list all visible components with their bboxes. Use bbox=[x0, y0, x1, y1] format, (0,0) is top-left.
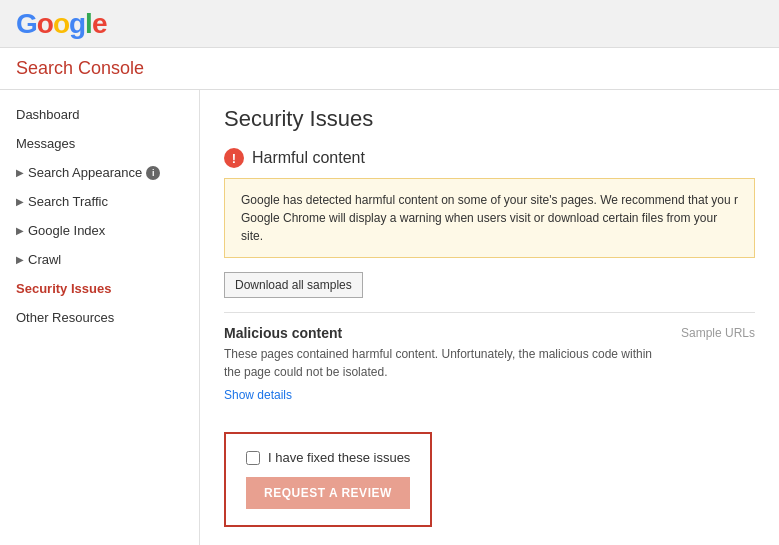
sidebar-item-label: Dashboard bbox=[16, 107, 80, 122]
request-review-button[interactable]: REQUEST A REVIEW bbox=[246, 477, 410, 509]
sidebar-item-label: Security Issues bbox=[16, 281, 111, 296]
sidebar-item-google-index[interactable]: ▶ Google Index bbox=[0, 216, 199, 245]
malicious-title: Malicious content bbox=[224, 325, 661, 341]
logo-l: l bbox=[85, 8, 92, 39]
sidebar-item-security-issues[interactable]: Security Issues bbox=[0, 274, 199, 303]
chevron-right-icon: ▶ bbox=[16, 254, 24, 265]
sample-urls-column: Sample URLs bbox=[681, 325, 755, 402]
sidebar-item-label: Other Resources bbox=[16, 310, 114, 325]
malicious-description: These pages contained harmful content. U… bbox=[224, 345, 661, 381]
sidebar-item-label: Search Traffic bbox=[28, 194, 108, 209]
search-console-title: Search Console bbox=[16, 58, 144, 79]
google-logo: Google bbox=[16, 8, 106, 40]
warning-box: Google has detected harmful content on s… bbox=[224, 178, 755, 258]
info-icon: i bbox=[146, 166, 160, 180]
chevron-right-icon: ▶ bbox=[16, 225, 24, 236]
main-layout: Dashboard Messages ▶ Search Appearance i… bbox=[0, 90, 779, 545]
sidebar-item-dashboard[interactable]: Dashboard bbox=[0, 100, 199, 129]
logo-g: G bbox=[16, 8, 37, 39]
sample-urls-label: Sample URLs bbox=[681, 326, 755, 340]
sidebar-item-label: Google Index bbox=[28, 223, 105, 238]
chevron-right-icon: ▶ bbox=[16, 167, 24, 178]
logo-e: e bbox=[92, 8, 107, 39]
sidebar-item-search-appearance[interactable]: ▶ Search Appearance i bbox=[0, 158, 199, 187]
checkbox-row: I have fixed these issues bbox=[246, 450, 410, 465]
show-details-link[interactable]: Show details bbox=[224, 388, 292, 402]
harmful-content-header: ! Harmful content bbox=[224, 148, 755, 168]
fix-issues-box: I have fixed these issues REQUEST A REVI… bbox=[224, 432, 432, 527]
sidebar: Dashboard Messages ▶ Search Appearance i… bbox=[0, 90, 200, 545]
sidebar-item-search-traffic[interactable]: ▶ Search Traffic bbox=[0, 187, 199, 216]
page-title: Security Issues bbox=[224, 106, 755, 132]
chevron-right-icon: ▶ bbox=[16, 196, 24, 207]
search-console-header: Search Console bbox=[0, 48, 779, 90]
malicious-info: Malicious content These pages contained … bbox=[224, 325, 661, 402]
logo-o1: o bbox=[37, 8, 53, 39]
download-all-samples-button[interactable]: Download all samples bbox=[224, 272, 363, 298]
fixed-issues-label: I have fixed these issues bbox=[268, 450, 410, 465]
sidebar-item-label: Search Appearance bbox=[28, 165, 142, 180]
sidebar-item-label: Crawl bbox=[28, 252, 61, 267]
harmful-content-title: Harmful content bbox=[252, 149, 365, 167]
warning-text: Google has detected harmful content on s… bbox=[241, 193, 738, 243]
sidebar-item-other-resources[interactable]: Other Resources bbox=[0, 303, 199, 332]
top-bar: Google bbox=[0, 0, 779, 48]
divider bbox=[224, 312, 755, 313]
logo-o2: o bbox=[53, 8, 69, 39]
logo-g2: g bbox=[69, 8, 85, 39]
sidebar-item-label: Messages bbox=[16, 136, 75, 151]
sidebar-item-messages[interactable]: Messages bbox=[0, 129, 199, 158]
main-content: Security Issues ! Harmful content Google… bbox=[200, 90, 779, 545]
malicious-content-section: Malicious content These pages contained … bbox=[224, 325, 755, 402]
alert-icon: ! bbox=[224, 148, 244, 168]
sidebar-item-crawl[interactable]: ▶ Crawl bbox=[0, 245, 199, 274]
fixed-issues-checkbox[interactable] bbox=[246, 451, 260, 465]
